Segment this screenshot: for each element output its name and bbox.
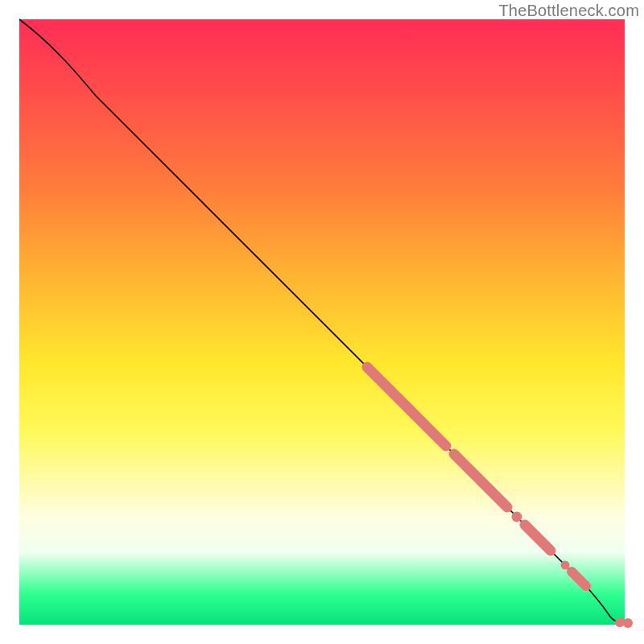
marker-segment [525,525,551,551]
data-marker [623,618,633,628]
data-marker [512,512,522,522]
marker-segment [454,454,507,507]
marker-segment [367,367,446,446]
image-credit: TheBottleneck.com [498,2,639,20]
marker-segment [572,572,586,586]
chart-svg [19,19,625,625]
chart-container: TheBottleneck.com [0,0,644,644]
